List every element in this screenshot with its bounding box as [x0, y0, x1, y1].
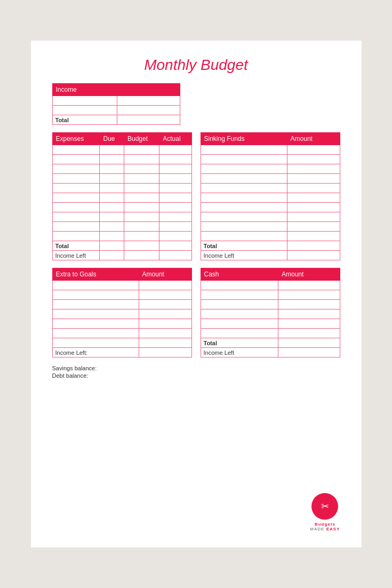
sinking-label[interactable] [201, 174, 287, 184]
cash-label[interactable] [201, 329, 278, 338]
goals-amount[interactable] [139, 338, 191, 348]
sinking-amount[interactable] [287, 184, 340, 193]
sinking-label[interactable] [201, 184, 287, 193]
expenses-income-left-actual[interactable] [159, 251, 191, 260]
sinking-label[interactable] [201, 193, 287, 203]
expenses-due[interactable] [100, 155, 124, 164]
expenses-budget[interactable] [124, 184, 159, 193]
goals-amount[interactable] [139, 329, 191, 338]
expenses-actual[interactable] [159, 164, 191, 174]
expenses-actual[interactable] [159, 222, 191, 232]
expenses-actual[interactable] [159, 174, 191, 184]
goals-income-left-value[interactable] [139, 348, 191, 357]
expenses-budget[interactable] [124, 232, 159, 241]
sinking-total-value[interactable] [287, 241, 340, 251]
goals-amount[interactable] [139, 290, 191, 300]
goals-amount[interactable] [139, 309, 191, 319]
expenses-budget[interactable] [124, 203, 159, 212]
cash-label[interactable] [201, 300, 278, 309]
expenses-label[interactable] [52, 145, 100, 155]
expenses-budget[interactable] [124, 155, 159, 164]
expenses-actual[interactable] [159, 145, 191, 155]
sinking-amount[interactable] [287, 193, 340, 203]
income-label-2[interactable] [52, 106, 117, 115]
sinking-amount[interactable] [287, 222, 340, 232]
expenses-due[interactable] [100, 212, 124, 222]
goals-label[interactable] [52, 319, 139, 329]
cash-income-left-value[interactable] [278, 348, 340, 357]
income-value-1[interactable] [117, 96, 180, 106]
sinking-amount[interactable] [287, 155, 340, 164]
expenses-budget[interactable] [124, 145, 159, 155]
cash-label[interactable] [201, 290, 278, 300]
goals-label[interactable] [52, 338, 139, 348]
sinking-amount[interactable] [287, 232, 340, 241]
cash-amount[interactable] [278, 290, 340, 300]
income-label-1[interactable] [52, 96, 117, 106]
cash-label[interactable] [201, 309, 278, 319]
sinking-income-left-value[interactable] [287, 251, 340, 260]
goals-label[interactable] [52, 329, 139, 338]
expenses-due[interactable] [100, 145, 124, 155]
expenses-actual[interactable] [159, 232, 191, 241]
expenses-budget[interactable] [124, 164, 159, 174]
expenses-due[interactable] [100, 174, 124, 184]
expenses-actual[interactable] [159, 193, 191, 203]
expenses-due[interactable] [100, 222, 124, 232]
sinking-amount[interactable] [287, 164, 340, 174]
expenses-income-left-budget[interactable] [124, 251, 159, 260]
cash-amount[interactable] [278, 319, 340, 329]
cash-amount[interactable] [278, 309, 340, 319]
sinking-amount[interactable] [287, 145, 340, 155]
sinking-label[interactable] [201, 164, 287, 174]
expenses-due[interactable] [100, 193, 124, 203]
goals-label[interactable] [52, 300, 139, 309]
sinking-amount[interactable] [287, 212, 340, 222]
expenses-actual[interactable] [159, 212, 191, 222]
expenses-label[interactable] [52, 212, 100, 222]
sinking-label[interactable] [201, 232, 287, 241]
goals-label[interactable] [52, 309, 139, 319]
expenses-total-due[interactable] [100, 241, 124, 251]
sinking-amount[interactable] [287, 174, 340, 184]
goals-amount[interactable] [139, 319, 191, 329]
sinking-amount[interactable] [287, 203, 340, 212]
cash-label[interactable] [201, 319, 278, 329]
expenses-budget[interactable] [124, 212, 159, 222]
income-total-value[interactable] [117, 115, 180, 125]
cash-total-value[interactable] [278, 338, 340, 348]
expenses-income-left-due[interactable] [100, 251, 124, 260]
cash-label[interactable] [201, 281, 278, 290]
expenses-due[interactable] [100, 164, 124, 174]
expenses-label[interactable] [52, 203, 100, 212]
cash-amount[interactable] [278, 329, 340, 338]
expenses-due[interactable] [100, 232, 124, 241]
goals-amount[interactable] [139, 300, 191, 309]
expenses-label[interactable] [52, 155, 100, 164]
expenses-total-actual[interactable] [159, 241, 191, 251]
expenses-total-budget[interactable] [124, 241, 159, 251]
expenses-label[interactable] [52, 184, 100, 193]
expenses-label[interactable] [52, 174, 100, 184]
expenses-actual[interactable] [159, 203, 191, 212]
expenses-budget[interactable] [124, 222, 159, 232]
expenses-due[interactable] [100, 203, 124, 212]
cash-amount[interactable] [278, 281, 340, 290]
expenses-label[interactable] [52, 232, 100, 241]
goals-label[interactable] [52, 281, 139, 290]
goals-label[interactable] [52, 290, 139, 300]
cash-amount[interactable] [278, 300, 340, 309]
sinking-label[interactable] [201, 222, 287, 232]
sinking-label[interactable] [201, 203, 287, 212]
sinking-label[interactable] [201, 155, 287, 164]
sinking-label[interactable] [201, 212, 287, 222]
sinking-label[interactable] [201, 145, 287, 155]
expenses-label[interactable] [52, 164, 100, 174]
expenses-label[interactable] [52, 193, 100, 203]
expenses-actual[interactable] [159, 184, 191, 193]
expenses-budget[interactable] [124, 174, 159, 184]
expenses-budget[interactable] [124, 193, 159, 203]
expenses-actual[interactable] [159, 155, 191, 164]
expenses-label[interactable] [52, 222, 100, 232]
income-value-2[interactable] [117, 106, 180, 115]
